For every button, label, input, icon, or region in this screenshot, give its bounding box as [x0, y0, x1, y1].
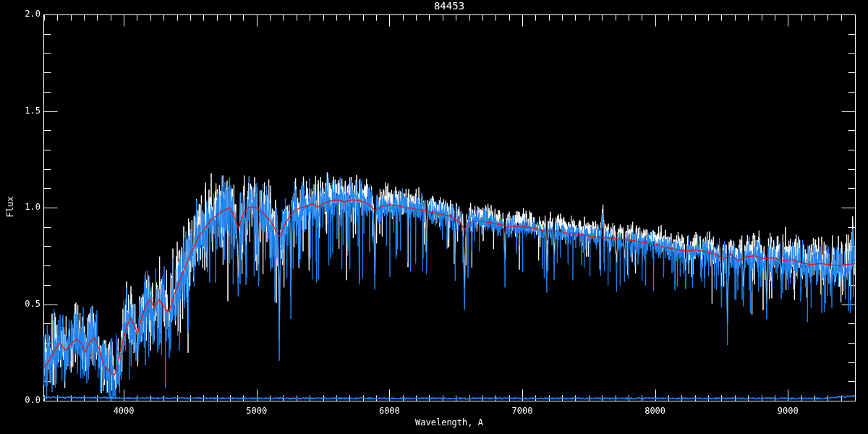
y-tick-label: 0.0: [0, 395, 41, 405]
x-axis-label: Wavelength, A: [377, 417, 522, 427]
spectrum-plot-window: 84453 Wavelength, A Flux 400050006000700…: [0, 0, 868, 434]
x-tick-label: 6000: [367, 406, 411, 416]
x-tick-label: 4000: [102, 406, 145, 416]
x-tick-label: 7000: [501, 406, 544, 416]
x-tick-label: 5000: [235, 406, 278, 416]
x-tick-label: 8000: [634, 406, 677, 416]
y-tick-label: 2.0: [0, 9, 41, 19]
y-tick-label: 0.5: [0, 299, 41, 309]
y-tick-label: 1.5: [0, 106, 41, 116]
plot-title: 84453: [377, 0, 522, 12]
x-tick-label: 9000: [766, 406, 809, 416]
y-tick-label: 1.0: [0, 202, 41, 212]
spectrum-plot-canvas: [0, 0, 868, 434]
